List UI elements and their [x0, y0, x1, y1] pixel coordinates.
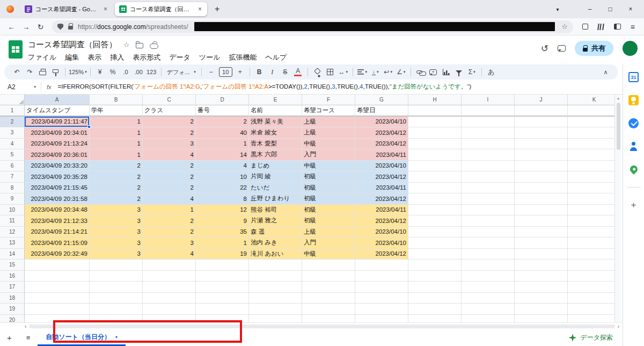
italic-button[interactable]: I: [266, 66, 279, 78]
cell-F16[interactable]: [302, 271, 355, 282]
cell-J14[interactable]: [515, 249, 568, 260]
column-header-F[interactable]: F: [302, 95, 355, 105]
cell-F2[interactable]: 上級: [302, 117, 355, 128]
cell-C10[interactable]: 1: [143, 205, 196, 216]
print-icon[interactable]: [39, 71, 46, 75]
sheets-logo-icon[interactable]: [9, 40, 23, 59]
cell-F4[interactable]: 中級: [302, 139, 355, 150]
cell-K10[interactable]: [568, 205, 621, 216]
cell-G20[interactable]: [355, 315, 408, 323]
cell-H17[interactable]: [408, 282, 462, 293]
paint-format-icon[interactable]: [53, 69, 58, 73]
cell-K13[interactable]: [568, 237, 621, 249]
row-header-6[interactable]: 6: [0, 161, 25, 172]
cell-B3[interactable]: 1: [90, 127, 143, 139]
cell-H10[interactable]: [408, 205, 462, 216]
column-header-J[interactable]: J: [515, 95, 568, 105]
tab-close-icon[interactable]: ×: [197, 5, 203, 13]
cell-B2[interactable]: 1: [90, 117, 143, 128]
cell-D19[interactable]: [196, 304, 249, 315]
menu-ファイル[interactable]: ファイル: [24, 52, 61, 63]
cell-C15[interactable]: [143, 260, 196, 271]
cell-B8[interactable]: 2: [90, 183, 143, 194]
cell-J17[interactable]: [515, 282, 568, 293]
borders-icon[interactable]: [327, 69, 333, 75]
cell-F17[interactable]: [302, 282, 355, 293]
cell-A18[interactable]: [25, 293, 90, 304]
cell-I11[interactable]: [462, 215, 515, 227]
maps-icon[interactable]: [628, 164, 639, 175]
cell-H19[interactable]: [408, 304, 462, 315]
scroll-up-icon[interactable]: ▴: [617, 96, 619, 100]
cell-G7[interactable]: 2023/04/12: [355, 171, 408, 183]
add-sheet-icon[interactable]: +: [7, 333, 12, 342]
browser-tab-forms[interactable]: コース希望調査 - Google フォーム ×: [20, 2, 113, 16]
cell-D17[interactable]: [196, 282, 249, 293]
cell-C18[interactable]: [143, 293, 196, 304]
column-header-I[interactable]: I: [462, 95, 515, 105]
cell-G5[interactable]: 2023/04/11: [355, 149, 408, 161]
cell-H2[interactable]: [408, 117, 462, 128]
cell-G9[interactable]: 2023/04/12: [355, 193, 408, 205]
horizontal-align-button[interactable]: ▾: [356, 66, 369, 78]
cell-H12[interactable]: [408, 227, 462, 238]
cell-H4[interactable]: [408, 139, 462, 150]
cell-F19[interactable]: [302, 304, 355, 315]
text-color-button[interactable]: A: [294, 68, 302, 76]
sidebar-icon[interactable]: [614, 24, 621, 30]
bookmark-star-icon[interactable]: ☆: [561, 23, 568, 31]
cell-J16[interactable]: [515, 271, 568, 282]
cell-C1[interactable]: クラス: [143, 105, 196, 117]
cell-F9[interactable]: 初級: [302, 193, 355, 205]
text-wrap-button[interactable]: ↩▾: [382, 66, 394, 78]
cell-B7[interactable]: 2: [90, 171, 143, 183]
cell-G15[interactable]: [355, 260, 408, 271]
cell-J20[interactable]: [515, 315, 568, 323]
cell-K16[interactable]: [568, 271, 621, 282]
cell-G16[interactable]: [355, 271, 408, 282]
cell-G3[interactable]: 2023/04/12: [355, 127, 408, 139]
cell-G14[interactable]: 2023/04/12: [355, 249, 408, 260]
cell-K2[interactable]: [568, 117, 621, 128]
row-header-5[interactable]: 5: [0, 149, 25, 161]
cell-A12[interactable]: 2023/04/09 21:14:21: [25, 227, 90, 238]
menu-拡張機能[interactable]: 拡張機能: [224, 52, 261, 63]
cell-I14[interactable]: [462, 249, 515, 260]
cell-C14[interactable]: 4: [143, 249, 196, 260]
row-header-12[interactable]: 12: [0, 227, 25, 238]
horizontal-scroll-thumb[interactable]: [29, 325, 614, 328]
input-tools-button[interactable]: あ: [485, 66, 497, 78]
cell-D11[interactable]: 9: [196, 215, 249, 227]
contacts-icon[interactable]: [628, 141, 639, 152]
forward-icon[interactable]: →: [19, 23, 33, 31]
horizontal-scrollbar[interactable]: ‹ ›: [0, 322, 621, 329]
extensions-icon[interactable]: [582, 24, 588, 30]
cell-B11[interactable]: 3: [90, 215, 143, 227]
cell-C6[interactable]: 2: [143, 161, 196, 172]
move-to-folder-icon[interactable]: [136, 43, 143, 48]
cell-I8[interactable]: [462, 183, 515, 194]
cell-A4[interactable]: 2023/04/09 21:13:24: [25, 139, 90, 150]
cell-D7[interactable]: 10: [196, 171, 249, 183]
cell-E3[interactable]: 米倉 綾女: [249, 127, 302, 139]
all-sheets-icon[interactable]: ≡: [26, 334, 31, 342]
cell-E14[interactable]: 滝川 あおい: [249, 249, 302, 260]
increase-font-size-button[interactable]: +: [234, 66, 246, 78]
cell-H14[interactable]: [408, 249, 462, 260]
comments-icon[interactable]: [558, 45, 566, 52]
cell-H18[interactable]: [408, 293, 462, 304]
cell-E13[interactable]: 池内 みき: [249, 237, 302, 249]
cell-C8[interactable]: 2: [143, 183, 196, 194]
cell-K8[interactable]: [568, 183, 621, 194]
column-header-B[interactable]: B: [90, 95, 143, 105]
cell-J1[interactable]: [515, 105, 568, 117]
tasks-icon[interactable]: [628, 118, 639, 128]
cell-A16[interactable]: [25, 271, 90, 282]
cell-I15[interactable]: [462, 260, 515, 271]
menu-データ[interactable]: データ: [165, 52, 195, 63]
cell-K18[interactable]: [568, 293, 621, 304]
cell-A17[interactable]: [25, 282, 90, 293]
cell-H8[interactable]: [408, 183, 462, 194]
column-header-E[interactable]: E: [249, 95, 302, 105]
cell-G4[interactable]: 2023/04/12: [355, 139, 408, 150]
